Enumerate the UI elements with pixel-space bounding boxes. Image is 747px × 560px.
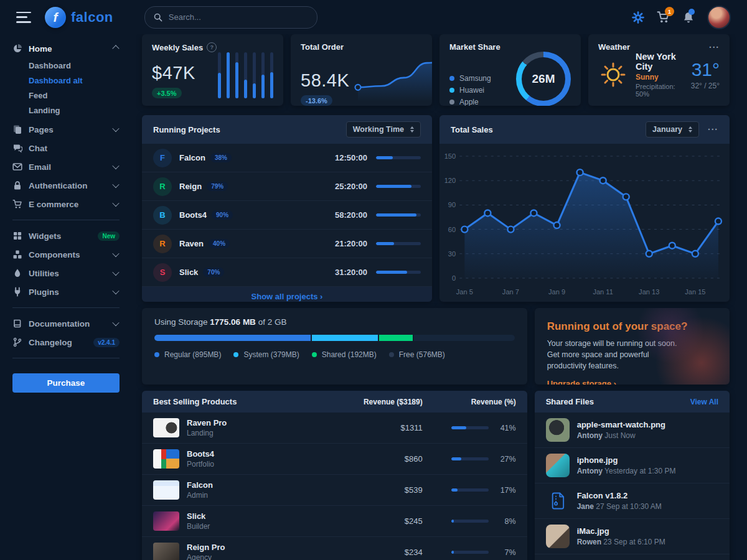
project-time: 31:20:00	[335, 268, 367, 277]
total-order-badge: -13.6%	[301, 95, 332, 106]
notifications-bell-icon[interactable]	[682, 11, 695, 24]
search-input[interactable]	[167, 12, 308, 22]
sidebar-item-components[interactable]: Components	[12, 245, 120, 264]
sidebar-badge: New	[98, 231, 120, 241]
falcon-logo[interactable]: f falcon	[45, 7, 113, 28]
sidebar-item-documentation[interactable]: Documentation	[12, 314, 120, 333]
cart-icon[interactable]: 1	[657, 11, 670, 24]
file-name[interactable]: iMac.jpg	[577, 526, 665, 536]
product-name[interactable]: Falcon	[187, 480, 213, 490]
file-thumbnail[interactable]	[546, 418, 570, 442]
shared-file-item: iphone.jpgAntony Yesterday at 1:30 PM	[535, 448, 730, 483]
project-name[interactable]: Raven	[179, 239, 204, 248]
sidebar-submenu: DashboardDashboard altFeedLanding	[29, 58, 120, 118]
storage-used-value: 1775.06 MB	[210, 317, 256, 327]
sidebar-item-ecommerce[interactable]: E commerce	[12, 195, 120, 213]
total-sales-menu-icon[interactable]	[708, 125, 718, 134]
product-thumbnail[interactable]	[153, 449, 179, 469]
product-percent-track	[451, 457, 489, 460]
product-percent-fill	[451, 551, 454, 554]
sidebar-item-feed[interactable]: Feed	[29, 88, 120, 103]
sidebar-item-changelog[interactable]: Changelogv2.4.1	[12, 333, 120, 352]
sidebar-item-widgets[interactable]: WidgetsNew	[12, 226, 120, 245]
file-name[interactable]: apple-smart-watch.png	[577, 420, 665, 429]
product-name[interactable]: Slick	[187, 511, 210, 521]
grid-icon	[12, 231, 22, 241]
select-arrows-icon	[688, 126, 692, 133]
zip-file-icon[interactable]	[546, 489, 570, 513]
view-all-link[interactable]: View All	[690, 398, 718, 406]
file-thumbnail[interactable]	[546, 525, 570, 548]
working-time-select[interactable]: Working Time	[346, 121, 421, 138]
sidebar-item-home[interactable]: Home	[12, 39, 120, 58]
brand-name: falcon	[71, 9, 113, 26]
weather-menu-icon[interactable]	[709, 43, 720, 52]
product-thumbnail[interactable]	[153, 543, 179, 560]
project-name[interactable]: Reign	[179, 182, 202, 191]
project-progress: 58:20:00	[335, 210, 421, 220]
product-thumbnail[interactable]	[153, 511, 179, 531]
storage-legend-item: Free (576MB)	[389, 350, 445, 359]
chevron-down-icon	[112, 125, 119, 132]
sidebar-item-label: Utilities	[29, 269, 107, 278]
sidebar-item-pages[interactable]: Pages	[12, 120, 120, 139]
storage-segment-regular	[154, 335, 311, 341]
project-name[interactable]: Falcon	[179, 153, 205, 162]
product-name[interactable]: Raven Pro	[187, 418, 227, 427]
svg-text:90: 90	[448, 201, 456, 208]
upgrade-storage-link[interactable]: Upgrade storage ›	[547, 379, 616, 385]
product-percent-track	[451, 551, 489, 554]
sidebar-item-dashboard[interactable]: Dashboard	[29, 58, 120, 73]
product-category[interactable]: Admin	[187, 491, 213, 500]
month-select[interactable]: January	[646, 121, 699, 138]
legend-item: Huawei	[449, 86, 491, 95]
sidebar-item-utilities[interactable]: Utilities	[12, 264, 120, 282]
product-thumbnail[interactable]	[153, 418, 179, 437]
file-name[interactable]: iphone.jpg	[577, 455, 676, 465]
project-name[interactable]: Boots4	[179, 210, 207, 220]
sidebar-item-label: E commerce	[29, 200, 107, 209]
search-icon	[154, 13, 162, 22]
chevron-down-icon	[112, 287, 119, 294]
product-category[interactable]: Builder	[187, 522, 210, 531]
weekly-bar-track	[218, 52, 221, 98]
project-progress: 25:20:00	[335, 182, 421, 191]
svg-text:150: 150	[444, 152, 456, 160]
product-thumbnail[interactable]	[153, 480, 179, 500]
sidebar-item-chat[interactable]: Chat	[12, 139, 120, 157]
hamburger-menu-icon[interactable]	[16, 12, 31, 23]
storage-legend-item: Regular (895MB)	[154, 350, 221, 359]
product-category[interactable]: Agency	[187, 553, 225, 560]
info-icon[interactable]	[207, 42, 217, 52]
product-name[interactable]: Boots4	[187, 449, 214, 459]
product-name[interactable]: Reign Pro	[187, 543, 225, 552]
svg-text:Jan 7: Jan 7	[502, 288, 519, 296]
revenue-column-header: Revenue ($3189)	[329, 398, 423, 406]
file-name[interactable]: Falcon v1.8.2	[577, 491, 662, 500]
file-thumbnail[interactable]	[546, 454, 570, 477]
topbar: f falcon 1	[0, 0, 747, 34]
sidebar-item-authentication[interactable]: Authentication	[12, 176, 120, 195]
project-progress-track	[376, 271, 421, 274]
product-percent-label: 27%	[496, 455, 516, 464]
product-category[interactable]: Landing	[187, 429, 227, 437]
show-all-projects-link[interactable]: Show all projects ›	[251, 292, 323, 301]
settings-gear-icon[interactable]	[632, 11, 644, 24]
sidebar-item-plugins[interactable]: Plugins	[12, 282, 120, 301]
storage-progress-bar	[154, 335, 515, 341]
project-name[interactable]: Slick	[179, 268, 198, 277]
sidebar-divider	[12, 307, 120, 308]
sidebar-item-dashboard-alt[interactable]: Dashboard alt	[29, 73, 120, 88]
main-content: Weekly Sales $47K +3.5% Total Order 58.4…	[132, 0, 747, 560]
product-category[interactable]: Portfolio	[187, 460, 214, 469]
sidebar-item-label: Home	[29, 44, 107, 54]
project-progress-track	[376, 156, 421, 159]
product-percent-track	[451, 520, 489, 523]
project-avatar: S	[153, 263, 172, 282]
sidebar-item-email[interactable]: Email	[12, 157, 120, 176]
purchase-button[interactable]: Purchase	[12, 373, 120, 393]
svg-text:60: 60	[448, 226, 456, 233]
user-avatar[interactable]	[707, 6, 731, 29]
sidebar-item-landing[interactable]: Landing	[29, 103, 120, 118]
storage-legend-label: Free (576MB)	[399, 350, 445, 359]
